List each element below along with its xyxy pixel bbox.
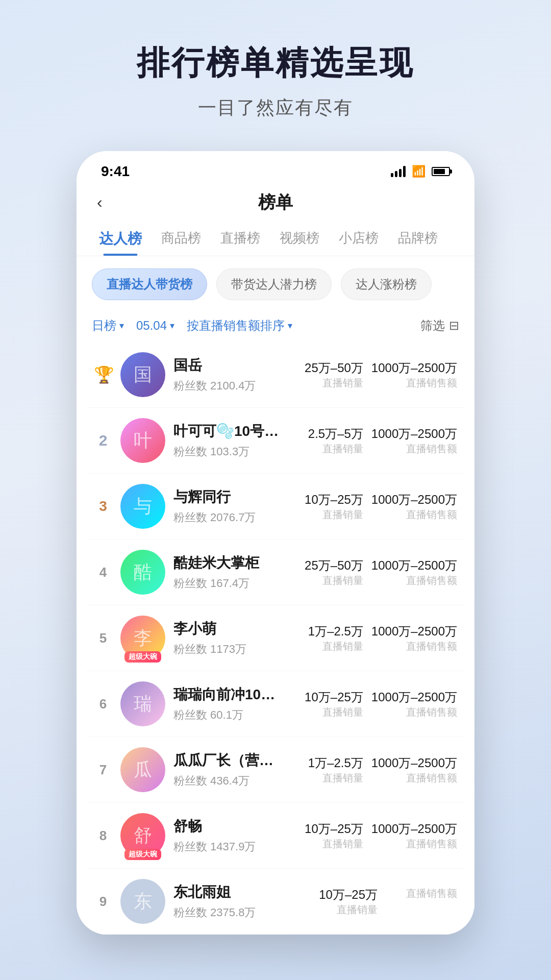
live-sales-block: 25万–50万 直播销量	[292, 557, 363, 587]
live-sales-label: 直播销量	[292, 771, 363, 785]
main-tabs: 达人榜 商品榜 直播榜 视频榜 小店榜 品牌榜	[77, 220, 474, 256]
nav-title: 榜单	[258, 191, 293, 214]
avatar-wrap: 舒 超级大碗	[120, 813, 165, 858]
rank-item-9[interactable]: 9 东 东北雨姐 粉丝数 2375.8万 10万–25万 直播销量 直播销售额	[87, 869, 464, 935]
live-sales-value: 25万–50万	[292, 557, 363, 574]
day-sort-button[interactable]: 日榜 ▾	[92, 317, 124, 334]
live-sales-label: 直播销量	[292, 837, 363, 851]
rank-stats: 25万–50万 直播销量 1000万–2500万 直播销售额	[292, 557, 457, 587]
live-revenue-label: 直播销售额	[371, 837, 457, 851]
sort-row: 日榜 ▾ 05.04 ▾ 按直播销售额排序 ▾ 筛选 ⊟	[77, 312, 474, 342]
live-revenue-label: 直播销售额	[371, 771, 457, 785]
avatar: 叶	[120, 418, 165, 463]
rank-info: 叶可可🫧10号下午... 粉丝数 103.3万	[173, 422, 284, 459]
nav-bar: ‹ 榜单	[77, 185, 474, 220]
avatar: 酷	[120, 550, 165, 595]
rank-fans: 粉丝数 60.1万	[173, 707, 284, 723]
live-sales-value: 10万–25万	[306, 887, 378, 903]
live-revenue-label: 直播销售额	[371, 640, 457, 653]
back-button[interactable]: ‹	[97, 193, 121, 212]
battery-icon	[432, 167, 450, 176]
rank-info: 与辉同行 粉丝数 2076.7万	[173, 487, 284, 525]
filter-icon-button[interactable]: 筛选 ⊟	[420, 317, 459, 334]
filter-potential[interactable]: 带货达人潜力榜	[216, 268, 332, 300]
sort-by-arrow-icon: ▾	[288, 320, 292, 331]
rank-stats: 10万–25万 直播销量 1000万–2500万 直播销售额	[292, 689, 457, 719]
tab-product[interactable]: 商品榜	[154, 220, 208, 256]
live-sales-label: 直播销量	[292, 574, 363, 587]
rank-number: 8	[94, 828, 112, 844]
live-revenue-block: 1000万–2500万 直播销售额	[371, 755, 457, 785]
rank-stats: 10万–25万 直播销量 1000万–2500万 直播销售额	[292, 492, 457, 522]
tab-brand[interactable]: 品牌榜	[391, 220, 445, 256]
tab-live[interactable]: 直播榜	[213, 220, 267, 256]
rank-item-2[interactable]: 2 叶 叶可可🫧10号下午... 粉丝数 103.3万 2.5万–5万 直播销量…	[87, 408, 464, 474]
page-main-title: 排行榜单精选呈现	[137, 41, 414, 85]
live-sales-block: 10万–25万 直播销量	[292, 821, 363, 851]
rank-item-8[interactable]: 8 舒 超级大碗 舒畅 粉丝数 1437.9万 10万–25万 直播销量 100…	[87, 803, 464, 869]
avatar-badge: 超级大碗	[124, 849, 161, 860]
live-revenue-value: 1000万–2500万	[371, 426, 457, 442]
signal-icon	[391, 166, 406, 177]
tab-video[interactable]: 视频榜	[272, 220, 327, 256]
rank-fans: 粉丝数 2076.7万	[173, 510, 284, 525]
date-sort-button[interactable]: 05.04 ▾	[136, 318, 174, 333]
live-revenue-value: 1000万–2500万	[371, 360, 457, 376]
rank-number: 7	[94, 762, 112, 778]
live-revenue-label: 直播销售额	[371, 705, 457, 719]
rank-item-7[interactable]: 7 瓜 瓜瓜厂长（营信工... 粉丝数 436.4万 1万–2.5万 直播销量 …	[87, 737, 464, 803]
rank-info: 酷娃米大掌柜 粉丝数 167.4万	[173, 553, 284, 591]
live-revenue-label: 直播销售额	[371, 574, 457, 587]
rank-stats: 10万–25万 直播销量 直播销售额	[306, 887, 457, 917]
avatar-wrap: 李 超级大碗	[120, 616, 165, 660]
rank-item-4[interactable]: 4 酷 酷娃米大掌柜 粉丝数 167.4万 25万–50万 直播销量 1000万…	[87, 540, 464, 605]
live-sales-label: 直播销量	[292, 376, 363, 390]
live-sales-block: 1万–2.5万 直播销量	[292, 755, 363, 785]
live-sales-block: 2.5万–5万 直播销量	[292, 426, 363, 456]
tab-shop[interactable]: 小店榜	[332, 220, 386, 256]
rank-item-6[interactable]: 6 瑞 瑞瑞向前冲10号早... 粉丝数 60.1万 10万–25万 直播销量 …	[87, 671, 464, 737]
rank-item-3[interactable]: 3 与 与辉同行 粉丝数 2076.7万 10万–25万 直播销量 1000万–…	[87, 474, 464, 540]
rank-stats: 25万–50万 直播销量 1000万–2500万 直播销售额	[292, 360, 457, 390]
rank-info: 瑞瑞向前冲10号早... 粉丝数 60.1万	[173, 685, 284, 723]
live-sales-block: 10万–25万 直播销量	[292, 492, 363, 522]
page-header: 排行榜单精选呈现 一目了然应有尽有	[137, 41, 414, 120]
live-revenue-value: 1000万–2500万	[371, 821, 457, 837]
live-sales-label: 直播销量	[292, 705, 363, 719]
rank-name: 瓜瓜厂长（营信工...	[173, 751, 284, 770]
phone-frame: 9:41 📶 ‹ 榜单 达人榜 商品榜 直播榜 视频榜 小店榜	[77, 151, 474, 935]
day-sort-arrow-icon: ▾	[119, 320, 124, 331]
live-revenue-block: 1000万–2500万 直播销售额	[371, 492, 457, 522]
rank-info: 国岳 粉丝数 2100.4万	[173, 356, 284, 394]
rank-name: 瑞瑞向前冲10号早...	[173, 685, 284, 704]
live-sales-value: 1万–2.5万	[292, 755, 363, 771]
rank-item-5[interactable]: 5 李 超级大碗 李小萌 粉丝数 1173万 1万–2.5万 直播销量 1000…	[87, 605, 464, 671]
live-sales-block: 10万–25万 直播销量	[292, 689, 363, 719]
live-sales-value: 10万–25万	[292, 689, 363, 705]
rank-fans: 粉丝数 1437.9万	[173, 839, 284, 854]
rank-stats: 1万–2.5万 直播销量 1000万–2500万 直播销售额	[292, 755, 457, 785]
filter-fans-growth[interactable]: 达人涨粉榜	[341, 268, 432, 300]
rank-name: 酷娃米大掌柜	[173, 553, 284, 573]
live-sales-label: 直播销量	[292, 640, 363, 653]
filter-live-sales[interactable]: 直播达人带货榜	[92, 268, 207, 300]
rank-item-1[interactable]: 🏆 国 国岳 粉丝数 2100.4万 25万–50万 直播销量 1000万–25…	[87, 342, 464, 408]
rank-number: 4	[94, 565, 112, 580]
avatar-wrap: 瑞	[120, 681, 165, 726]
tab-talent[interactable]: 达人榜	[92, 220, 149, 256]
rank-stats: 2.5万–5万 直播销量 1000万–2500万 直播销售额	[292, 426, 457, 456]
sort-left: 日榜 ▾ 05.04 ▾ 按直播销售额排序 ▾	[92, 317, 292, 334]
avatar-wrap: 东	[120, 879, 165, 924]
live-revenue-label: 直播销售额	[386, 887, 457, 900]
rank-number: 2	[94, 432, 112, 449]
rank-info: 东北雨姐 粉丝数 2375.8万	[173, 883, 298, 920]
live-revenue-label: 直播销售额	[371, 508, 457, 522]
live-sales-value: 10万–25万	[292, 492, 363, 508]
avatar-wrap: 与	[120, 484, 165, 529]
sort-by-button[interactable]: 按直播销售额排序 ▾	[187, 317, 292, 334]
live-revenue-value: 1000万–2500万	[371, 755, 457, 771]
rank-fans: 粉丝数 436.4万	[173, 773, 284, 789]
live-sales-label: 直播销量	[292, 442, 363, 456]
live-revenue-block: 1000万–2500万 直播销售额	[371, 821, 457, 851]
live-sales-label: 直播销量	[292, 508, 363, 522]
